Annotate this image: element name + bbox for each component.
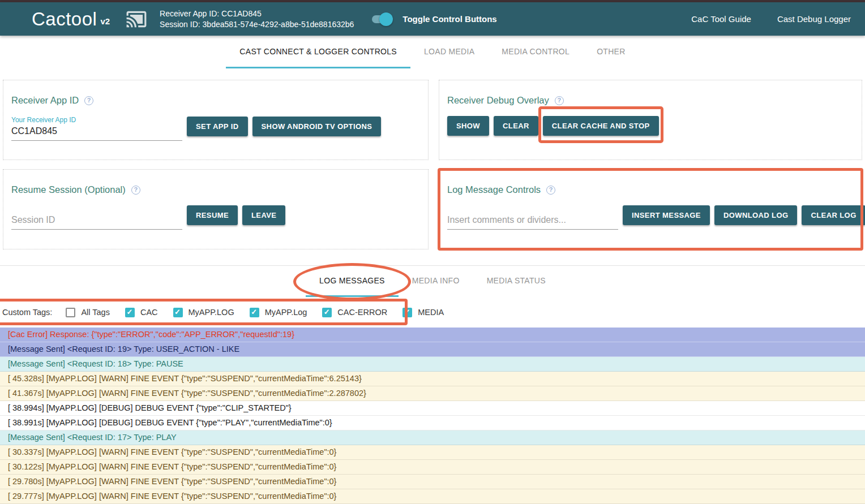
tab-load-media[interactable]: LOAD MEDIA: [410, 36, 488, 68]
app-id-input[interactable]: [11, 126, 182, 141]
receiver-app-id-body: Your Receiver App ID SET APP ID SHOW AND…: [11, 116, 420, 141]
cac-label: CAC: [140, 308, 158, 317]
clear-overlay-button[interactable]: CLEAR: [494, 116, 538, 136]
log-row[interactable]: [ 30.337s] [MyAPP.LOG] [WARN] FINE EVENT…: [0, 445, 865, 460]
cac-tool-guide-link[interactable]: CaC Tool Guide: [691, 14, 751, 24]
cac-checkbox[interactable]: [125, 308, 135, 317]
custom-tags-label: Custom Tags:: [2, 308, 52, 317]
log-message-controls-title: Log Message Controls: [447, 184, 541, 195]
receiver-app-id-title-row: Receiver App ID: [11, 95, 420, 106]
log-message-controls-panel: Log Message Controls INSERT MESSAGE DOWN…: [439, 169, 862, 249]
tag-filter-cac-error[interactable]: CAC-ERROR: [322, 308, 387, 317]
tag-filter-media[interactable]: MEDIA: [402, 308, 444, 317]
log-message-list: [Cac Error] Response: {"type":"ERROR","c…: [0, 328, 865, 504]
resume-button[interactable]: RESUME: [187, 205, 238, 225]
receiver-debug-overlay-panel: Receiver Debug Overlay SHOW CLEAR CLEAR …: [439, 80, 862, 160]
tab-cast-connect-logger-controls[interactable]: CAST CONNECT & LOGGER CONTROLS: [226, 36, 410, 68]
media-checkbox[interactable]: [402, 308, 412, 317]
app-id-input-wrap: Your Receiver App ID: [11, 116, 182, 141]
log-row[interactable]: [ 30.122s] [MyAPP.LOG] [WARN] FINE EVENT…: [0, 460, 865, 475]
tag-filter-myapp-log-upper[interactable]: MyAPP.LOG: [173, 308, 234, 317]
receiver-app-id-panel: Receiver App ID Your Receiver App ID SET…: [3, 80, 429, 160]
toggle-control-buttons-label: Toggle Control Buttons: [402, 14, 496, 24]
log-row[interactable]: [Message Sent] <Request ID: 18> Type: PA…: [0, 357, 865, 372]
session-id-input[interactable]: [11, 215, 182, 230]
session-info: Receiver App ID: CC1AD845 Session ID: 3b…: [160, 8, 354, 30]
clear-cache-and-stop-wrap: CLEAR CACHE AND STOP: [543, 116, 659, 136]
tab-media-status[interactable]: MEDIA STATUS: [473, 266, 559, 297]
all-tags-checkbox[interactable]: [66, 308, 75, 317]
switch-knob: [379, 12, 393, 26]
tag-filter-cac[interactable]: CAC: [125, 308, 158, 317]
tab-log-messages[interactable]: LOG MESSAGES: [306, 266, 399, 297]
all-tags-label: All Tags: [81, 308, 110, 317]
receiver-app-id-text: Receiver App ID: CC1AD845: [160, 8, 354, 19]
resume-session-title-row: Resume Session (Optional): [11, 184, 420, 195]
clear-cache-and-stop-button[interactable]: CLEAR CACHE AND STOP: [543, 116, 659, 136]
session-id-input-wrap: [11, 215, 182, 230]
receiver-debug-overlay-title-row: Receiver Debug Overlay: [447, 95, 854, 106]
myapp-log-upper-label: MyAPP.LOG: [189, 308, 234, 317]
resume-session-body: RESUME LEAVE: [11, 205, 420, 230]
help-icon[interactable]: [84, 96, 93, 105]
header-links: CaC Tool Guide Cast Debug Logger: [691, 14, 851, 24]
clear-log-button[interactable]: CLEAR LOG: [802, 205, 865, 225]
log-row[interactable]: [ 29.780s] [MyAPP.LOG] [WARN] FINE EVENT…: [0, 475, 865, 489]
myapp-log-upper-checkbox[interactable]: [173, 308, 183, 317]
help-icon[interactable]: [555, 96, 564, 105]
toggle-control-buttons-switch[interactable]: [372, 15, 390, 23]
app-id-input-label: Your Receiver App ID: [11, 116, 182, 124]
log-row[interactable]: [ 38.991s] [MyAPP.LOG] [DEBUG] DEBUG EVE…: [0, 416, 865, 430]
log-row[interactable]: [ 41.367s] [MyAPP.LOG] [WARN] FINE EVENT…: [0, 386, 865, 401]
tab-other[interactable]: OTHER: [583, 36, 639, 68]
cast-debug-logger-link[interactable]: Cast Debug Logger: [777, 14, 851, 24]
tag-filter-myapp-log[interactable]: MyAPP.Log: [250, 308, 307, 317]
myapp-log-label: MyAPP.Log: [265, 308, 307, 317]
help-icon[interactable]: [546, 186, 555, 195]
show-overlay-button[interactable]: SHOW: [447, 116, 489, 136]
main-tab-bar: CAST CONNECT & LOGGER CONTROLS LOAD MEDI…: [0, 36, 865, 68]
help-icon[interactable]: [131, 186, 140, 195]
receiver-app-id-title: Receiver App ID: [11, 95, 79, 106]
control-panels: Receiver App ID Your Receiver App ID SET…: [0, 68, 865, 249]
set-app-id-button[interactable]: SET APP ID: [187, 117, 248, 136]
receiver-debug-overlay-title: Receiver Debug Overlay: [447, 95, 549, 106]
log-comment-input[interactable]: [447, 215, 618, 230]
myapp-log-checkbox[interactable]: [250, 308, 259, 317]
log-tab-bar: LOG MESSAGES MEDIA INFO MEDIA STATUS: [0, 265, 865, 297]
app-logo: Cactool: [32, 8, 97, 30]
receiver-debug-overlay-body: SHOW CLEAR CLEAR CACHE AND STOP: [447, 116, 854, 140]
log-row[interactable]: [Cac Error] Response: {"type":"ERROR","c…: [0, 328, 865, 342]
session-id-text: Session ID: 3bdea581-574e-4292-a8be-51de…: [160, 19, 354, 30]
download-log-button[interactable]: DOWNLOAD LOG: [714, 205, 798, 225]
cac-error-label: CAC-ERROR: [337, 308, 387, 317]
log-row[interactable]: [Message Sent] <Request ID: 17> Type: PL…: [0, 430, 865, 445]
insert-message-button[interactable]: INSERT MESSAGE: [623, 205, 710, 225]
show-android-tv-options-button[interactable]: SHOW ANDROID TV OPTIONS: [252, 117, 382, 136]
custom-tags-bar: Custom Tags: All Tags CAC MyAPP.LOG MyAP…: [0, 297, 865, 328]
cast-connected-icon: [123, 8, 149, 30]
cac-error-checkbox[interactable]: [322, 308, 332, 317]
log-row[interactable]: [Message Sent] <Request ID: 19> Type: US…: [0, 342, 865, 357]
media-label: MEDIA: [418, 308, 444, 317]
log-row[interactable]: [ 38.994s] [MyAPP.LOG] [DEBUG] DEBUG EVE…: [0, 401, 865, 416]
log-comment-input-wrap: [447, 215, 618, 230]
tab-media-info[interactable]: MEDIA INFO: [399, 266, 473, 297]
tab-log-messages-label: LOG MESSAGES: [319, 276, 385, 285]
log-message-controls-body: INSERT MESSAGE DOWNLOAD LOG CLEAR LOG: [447, 205, 854, 230]
log-row[interactable]: [ 29.777s] [MyAPP.LOG] [WARN] FINE EVENT…: [0, 489, 865, 504]
app-header: Cactool v2 Receiver App ID: CC1AD845 Ses…: [0, 2, 865, 36]
app-logo-version: v2: [100, 16, 110, 26]
leave-button[interactable]: LEAVE: [242, 205, 285, 225]
log-message-controls-title-row: Log Message Controls: [447, 184, 854, 195]
resume-session-title: Resume Session (Optional): [11, 184, 126, 195]
tab-media-control[interactable]: MEDIA CONTROL: [488, 36, 583, 68]
tag-filter-all-tags[interactable]: All Tags: [66, 308, 110, 317]
log-row[interactable]: [ 45.328s] [MyAPP.LOG] [WARN] FINE EVENT…: [0, 372, 865, 386]
resume-session-panel: Resume Session (Optional) RESUME LEAVE: [3, 169, 429, 249]
